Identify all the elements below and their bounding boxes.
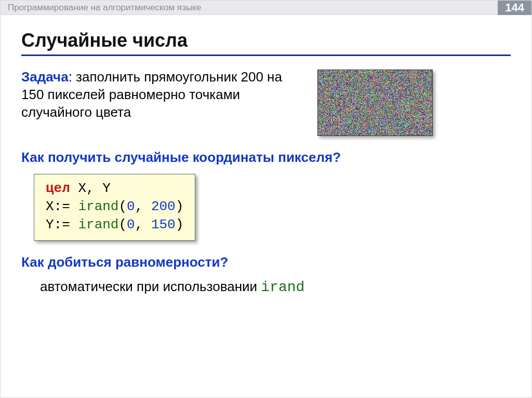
paren-open-1: (: [118, 199, 127, 214]
func-irand-2: irand: [78, 217, 118, 232]
header-title: Программирование на алгоритмическом язык…: [8, 3, 201, 13]
paren-open-2: (: [118, 217, 127, 232]
random-noise-image: [317, 70, 433, 136]
func-irand-1: irand: [78, 199, 118, 214]
arg-200: 200: [151, 199, 176, 214]
question-coordinates: Как получить случайные координаты пиксел…: [21, 149, 511, 166]
page-number: 144: [498, 1, 531, 15]
line2-pre: X:=: [46, 199, 78, 214]
content: Случайные числа Задача: заполнить прямоу…: [1, 15, 531, 306]
sep-2: ,: [135, 217, 151, 232]
slide-title: Случайные числа: [21, 30, 511, 51]
line3-pre: Y:=: [46, 217, 78, 232]
answer-body: автоматически при использовании: [40, 279, 261, 294]
answer-text: автоматически при использовании irand: [40, 279, 511, 295]
task-row: Задача: заполнить прямоугольник 200 на 1…: [21, 68, 511, 136]
title-underline: [21, 54, 511, 56]
sep-1: ,: [135, 199, 151, 214]
task-label: Задача: [21, 69, 69, 85]
arg-150: 150: [151, 217, 176, 232]
paren-close-1: ): [176, 199, 184, 214]
header-bar: Программирование на алгоритмическом язык…: [1, 1, 531, 15]
paren-close-2: ): [176, 217, 184, 232]
decl-vars: X, Y: [70, 181, 111, 196]
question-uniform: Как добиться равномерности?: [21, 254, 511, 270]
slide: Программирование на алгоритмическом язык…: [0, 0, 532, 398]
keyword-int: цел: [46, 181, 70, 196]
task-text: Задача: заполнить прямоугольник 200 на 1…: [21, 68, 291, 121]
noise-canvas: [318, 70, 432, 135]
code-block: цел X, Y X:= irand(0, 200) Y:= irand(0, …: [34, 174, 195, 241]
arg-0-a: 0: [127, 199, 135, 214]
inline-func-irand: irand: [261, 279, 304, 295]
arg-0-b: 0: [127, 217, 135, 232]
